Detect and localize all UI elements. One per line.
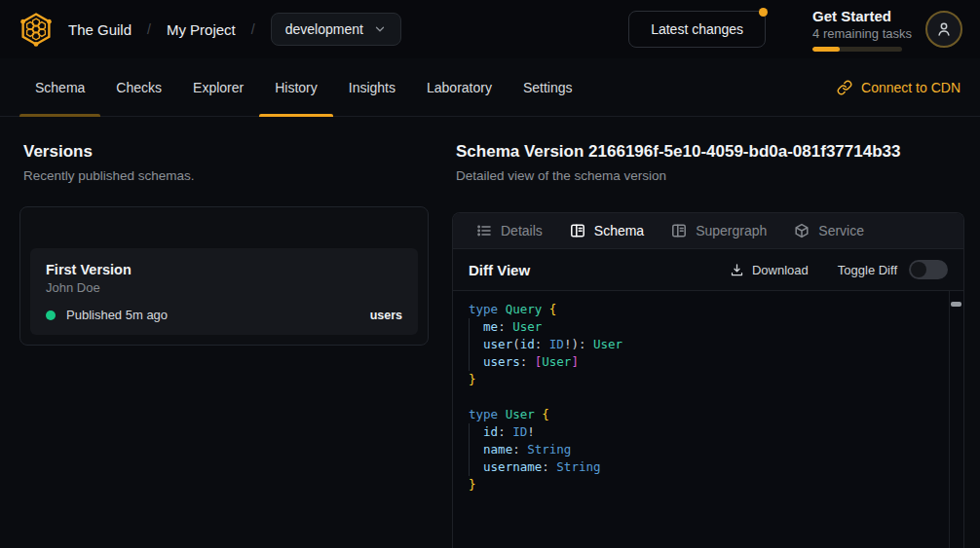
detail-tab-label: Details (501, 223, 543, 238)
breadcrumb: The Guild / My Project / development (68, 13, 401, 46)
main-content: Versions Recently published schemas. Fir… (0, 117, 980, 548)
connect-to-cdn-button[interactable]: Connect to CDN (837, 58, 961, 116)
detail-tab-schema[interactable]: Schema (556, 213, 658, 248)
version-list-item[interactable]: First VersionJohn DoePublished 5m agouse… (30, 248, 418, 335)
breadcrumb-separator: / (251, 21, 255, 37)
versions-list-card: First VersionJohn DoePublished 5m agouse… (19, 206, 429, 346)
detail-tab-details[interactable]: Details (463, 213, 556, 248)
download-label: Download (752, 263, 809, 277)
version-status-row: Published 5m agousers (46, 308, 402, 322)
diff-view-title: Diff View (469, 262, 530, 278)
code-line (469, 388, 940, 406)
code-line: users: [User] (469, 353, 940, 371)
version-name: First Version (46, 262, 402, 277)
version-detail-column: Schema Version 2166196f-5e10-4059-bd0a-0… (452, 142, 964, 548)
version-detail-subtitle: Detailed view of the schema version (456, 168, 964, 183)
versions-title: Versions (23, 142, 429, 162)
nav-tab-explorer[interactable]: Explorer (177, 58, 259, 116)
detail-tab-service[interactable]: Service (780, 213, 878, 248)
download-button[interactable]: Download (730, 263, 809, 277)
get-started-subtitle: 4 remaining tasks (812, 25, 912, 42)
list-icon (476, 223, 492, 238)
nav-tab-checks[interactable]: Checks (100, 58, 177, 116)
download-icon (730, 263, 744, 277)
detail-tab-label: Schema (594, 223, 644, 238)
code-line: name: String (469, 441, 940, 458)
code-line: } (469, 371, 940, 388)
code-line: username: String (469, 458, 940, 476)
detail-tab-label: Service (818, 223, 864, 238)
detail-tab-label: Supergraph (696, 223, 767, 238)
breadcrumb-org[interactable]: The Guild (68, 21, 132, 38)
nav-tab-schema[interactable]: Schema (19, 58, 100, 116)
code-line: type User { (469, 406, 940, 423)
detail-tab-supergraph[interactable]: Supergraph (658, 213, 780, 248)
environment-label: development (285, 21, 363, 37)
versions-subtitle: Recently published schemas. (23, 168, 429, 183)
guild-logo-icon[interactable] (18, 11, 55, 48)
diff-view-header: Diff View Download Toggle Diff (453, 249, 963, 291)
version-status: Published 5m ago (66, 308, 168, 322)
diff-view-actions: Download Toggle Diff (730, 260, 948, 279)
user-avatar[interactable] (925, 11, 962, 48)
toggle-knob (911, 262, 926, 277)
connect-to-cdn-label: Connect to CDN (861, 80, 961, 95)
code-scrollbar[interactable] (949, 291, 963, 548)
code-line: type Query { (469, 301, 940, 318)
code-lines: type Query { me: User user(id: ID!): Use… (469, 301, 940, 493)
chevron-down-icon (373, 22, 387, 36)
user-icon (935, 20, 953, 38)
environment-selector[interactable]: development (271, 13, 401, 46)
get-started-widget[interactable]: Get Started 4 remaining tasks (812, 8, 912, 52)
link-icon (837, 80, 852, 95)
breadcrumb-separator: / (147, 21, 151, 37)
version-detail-panel: DetailsSchemaSupergraphService Diff View… (452, 212, 964, 548)
breadcrumb-project[interactable]: My Project (167, 21, 236, 38)
get-started-progress (812, 47, 902, 52)
code-line: me: User (469, 318, 940, 336)
columns-icon (570, 223, 585, 238)
columns-icon (671, 223, 687, 238)
nav-tab-history[interactable]: History (259, 58, 333, 116)
version-author: John Doe (46, 280, 402, 295)
notification-dot (759, 8, 768, 17)
nav-tab-settings[interactable]: Settings (508, 58, 588, 116)
version-service-badge: users (370, 309, 402, 322)
progress-fill (812, 47, 840, 52)
toggle-diff-control: Toggle Diff (838, 260, 948, 279)
version-detail-title: Schema Version 2166196f-5e10-4059-bd0a-0… (456, 142, 964, 162)
versions-list: First VersionJohn DoePublished 5m agouse… (30, 248, 418, 335)
versions-column: Versions Recently published schemas. Fir… (19, 142, 429, 548)
version-detail-tabs: DetailsSchemaSupergraphService (453, 213, 963, 249)
published-dot (46, 311, 56, 320)
schema-code-viewer[interactable]: type Query { me: User user(id: ID!): Use… (453, 291, 963, 548)
latest-changes-button[interactable]: Latest changes (628, 11, 766, 48)
latest-changes-label: Latest changes (651, 21, 743, 37)
nav-tabs: SchemaChecksExplorerHistoryInsightsLabor… (19, 58, 588, 116)
toggle-diff-switch[interactable] (909, 260, 948, 279)
nav-tab-laboratory[interactable]: Laboratory (411, 58, 508, 116)
cube-icon (794, 223, 810, 238)
code-scrollbar-thumb[interactable] (951, 302, 961, 307)
app-header: The Guild / My Project / development Lat… (0, 0, 980, 58)
target-nav: SchemaChecksExplorerHistoryInsightsLabor… (0, 58, 980, 117)
header-actions: Latest changes Get Started 4 remaining t… (628, 8, 962, 52)
code-line: } (469, 476, 940, 493)
code-line: id: ID! (469, 423, 940, 441)
nav-tab-insights[interactable]: Insights (333, 58, 411, 116)
code-line: user(id: ID!): User (469, 336, 940, 353)
get-started-title: Get Started (812, 8, 912, 25)
toggle-diff-label: Toggle Diff (838, 263, 897, 277)
